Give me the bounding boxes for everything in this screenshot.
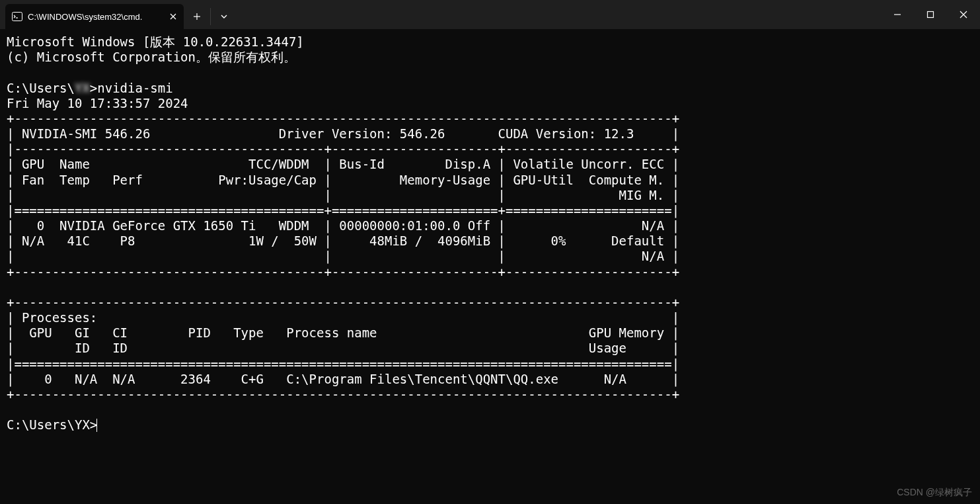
svg-rect-7 xyxy=(928,12,934,18)
nvsmi-gpu-row: | N/A 41C P8 1W / 50W | 48MiB / 4096MiB … xyxy=(7,233,679,248)
svg-rect-0 xyxy=(13,13,22,21)
proc-col-header: | ID ID Usage | xyxy=(7,341,679,355)
window-minimize-button[interactable] xyxy=(881,0,914,29)
prompt-gt: > xyxy=(90,81,97,95)
nvsmi-eq: |=======================================… xyxy=(7,203,679,218)
nvsmi-sep: |---------------------------------------… xyxy=(7,142,679,156)
proc-row: | 0 N/A N/A 2364 C+G C:\Program Files\Te… xyxy=(7,372,679,386)
nvsmi-border: +---------------------------------------… xyxy=(7,111,679,126)
window-titlebar: C:\WINDOWS\system32\cmd. xyxy=(0,0,980,29)
banner-line: Microsoft Windows [版本 10.0.22631.3447] xyxy=(7,34,304,49)
proc-col-header: | GPU GI CI PID Type Process name GPU Me… xyxy=(7,325,679,340)
nvsmi-col-header: | | | MIG M. | xyxy=(7,188,679,202)
banner-line: (c) Microsoft Corporation。保留所有权利。 xyxy=(7,50,296,64)
nvsmi-header: | NVIDIA-SMI 546.26 Driver Version: 546.… xyxy=(7,126,679,141)
tab-title: C:\WINDOWS\system32\cmd. xyxy=(28,12,161,22)
prompt-current: C:\Users\YX> xyxy=(7,417,97,432)
watermark-text: CSDN @绿树疯子 xyxy=(897,487,972,499)
terminal-cursor xyxy=(96,419,97,432)
prompt-path: C:\Users\ xyxy=(7,81,75,95)
nvsmi-gpu-row: | 0 NVIDIA GeForce GTX 1650 Ti WDDM | 00… xyxy=(7,218,679,233)
proc-eq: |=======================================… xyxy=(7,357,679,371)
window-close-button[interactable] xyxy=(947,0,980,29)
tab-dropdown-button[interactable] xyxy=(211,4,237,29)
proc-border: +---------------------------------------… xyxy=(7,295,679,310)
new-tab-button[interactable] xyxy=(184,4,210,29)
tab-close-button[interactable] xyxy=(167,10,180,23)
proc-border: +---------------------------------------… xyxy=(7,387,679,401)
window-maximize-button[interactable] xyxy=(914,0,947,29)
nvsmi-gpu-row: | | | N/A | xyxy=(7,249,679,263)
nvsmi-col-header: | Fan Temp Perf Pwr:Usage/Cap | Memory-U… xyxy=(7,173,679,187)
cmd-icon xyxy=(12,11,22,22)
terminal-tab[interactable]: C:\WINDOWS\system32\cmd. xyxy=(5,4,184,29)
command-text: nvidia-smi xyxy=(97,81,172,95)
proc-header: | Processes: | xyxy=(7,310,679,325)
terminal-output[interactable]: Microsoft Windows [版本 10.0.22631.3447] (… xyxy=(0,29,980,438)
nvsmi-col-header: | GPU Name TCC/WDDM | Bus-Id Disp.A | Vo… xyxy=(7,157,679,171)
nvsmi-timestamp: Fri May 10 17:33:57 2024 xyxy=(7,96,188,110)
nvsmi-border: +---------------------------------------… xyxy=(7,265,679,279)
prompt-user-blur: YX xyxy=(75,81,90,96)
